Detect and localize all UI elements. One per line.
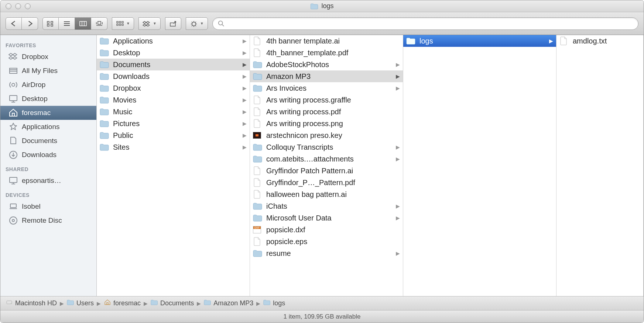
chevron-right-icon: ▶ bbox=[243, 109, 247, 115]
file-icon bbox=[253, 190, 263, 199]
icon-view-button[interactable] bbox=[42, 17, 59, 30]
column-item[interactable]: Ars writing process.graffle bbox=[250, 94, 403, 106]
allfiles-icon bbox=[8, 66, 18, 76]
column-item[interactable]: iChats▶ bbox=[250, 200, 403, 212]
item-label: Ars Invoices bbox=[266, 84, 396, 93]
dropbox-button[interactable]: ▼ bbox=[138, 17, 161, 30]
forward-button[interactable] bbox=[22, 17, 38, 30]
item-label: Sites bbox=[113, 143, 243, 152]
sidebar-item-documents[interactable]: Documents bbox=[0, 134, 96, 148]
folder-pic-icon bbox=[100, 119, 109, 128]
column-item[interactable]: Gryffindor_P…_Pattern.pdf bbox=[250, 177, 403, 188]
chevron-right-icon: ▶ bbox=[243, 144, 247, 150]
close-button[interactable] bbox=[6, 3, 11, 9]
column-view-button[interactable] bbox=[75, 17, 91, 30]
sidebar-item-airdrop[interactable]: AirDrop bbox=[0, 78, 96, 92]
folder-icon bbox=[253, 72, 263, 81]
sidebar-item-foresmac[interactable]: foresmac bbox=[0, 106, 96, 120]
item-label: 4th_banner_template.pdf bbox=[266, 49, 400, 57]
sidebar-item-remote-disc[interactable]: Remote Disc bbox=[0, 213, 96, 228]
column-item[interactable]: 4th_banner_template.pdf bbox=[250, 47, 403, 59]
disc-icon bbox=[8, 216, 18, 225]
desktop-icon bbox=[8, 94, 18, 104]
sidebar-item-isobel[interactable]: Isobel bbox=[0, 199, 96, 213]
column-item[interactable]: Public▶ bbox=[97, 129, 250, 141]
path-label: Macintosh HD bbox=[15, 299, 57, 307]
minimize-button[interactable] bbox=[15, 3, 21, 9]
sidebar-item-label: All My Files bbox=[22, 67, 58, 75]
column-item[interactable]: Desktop▶ bbox=[97, 47, 250, 59]
path-item[interactable]: Amazon MP3 bbox=[204, 299, 253, 308]
svg-point-35 bbox=[192, 22, 196, 26]
sidebar-item-applications[interactable]: Applications bbox=[0, 120, 96, 134]
sidebar-item-label: foresmac bbox=[22, 109, 51, 117]
list-view-button[interactable] bbox=[59, 17, 75, 30]
column-item[interactable]: DXFpopsicle.dxf bbox=[250, 224, 403, 236]
sidebar-item-desktop[interactable]: Desktop bbox=[0, 92, 96, 106]
column-item[interactable]: Gryffindor Patch Pattern.ai bbox=[250, 165, 403, 177]
chevron-right-icon: ▶ bbox=[549, 38, 553, 44]
item-label: Ars writing process.png bbox=[266, 119, 400, 128]
column-item[interactable]: Movies▶ bbox=[97, 94, 250, 106]
arrange-button[interactable]: ▼ bbox=[112, 17, 134, 30]
folder-icon bbox=[100, 143, 109, 152]
column-item[interactable]: Downloads▶ bbox=[97, 70, 250, 82]
column-item[interactable]: popsicle.eps bbox=[250, 236, 403, 247]
column-item[interactable]: logs▶ bbox=[403, 35, 556, 47]
column-item[interactable]: Sites▶ bbox=[97, 141, 250, 153]
pdf-icon bbox=[253, 48, 263, 57]
column-item[interactable]: 4th banner template.ai bbox=[250, 35, 403, 47]
column-item[interactable]: Amazon MP3▶ bbox=[250, 70, 403, 82]
sidebar-item-all-my-files[interactable]: All My Files bbox=[0, 64, 96, 78]
svg-rect-30 bbox=[122, 21, 123, 23]
pathbar: Macintosh HD▶Users▶foresmac▶Documents▶Am… bbox=[0, 296, 644, 310]
column-item[interactable]: amdlog.txt bbox=[556, 35, 643, 47]
sidebar-item-downloads[interactable]: Downloads bbox=[0, 148, 96, 162]
sidebar-item-dropbox[interactable]: Dropbox bbox=[0, 50, 96, 64]
folder-icon bbox=[67, 299, 74, 308]
column-item[interactable]: Ars writing process.png bbox=[250, 118, 403, 129]
coverflow-view-button[interactable] bbox=[91, 17, 107, 30]
item-label: Movies bbox=[113, 96, 243, 104]
path-item[interactable]: Users bbox=[67, 299, 94, 308]
column-item[interactable]: Pictures▶ bbox=[97, 118, 250, 129]
column-item[interactable]: Ars Invoices▶ bbox=[250, 82, 403, 94]
column-item[interactable]: resume▶ bbox=[250, 247, 403, 259]
sidebar-item-epsonartis-[interactable]: epsonartis… bbox=[0, 174, 96, 188]
window-title-text: logs bbox=[321, 2, 333, 10]
path-item[interactable]: Documents bbox=[151, 299, 194, 308]
chevron-right-icon: ▶ bbox=[396, 215, 400, 221]
chevron-right-icon: ▶ bbox=[243, 97, 247, 103]
svg-line-37 bbox=[222, 24, 224, 26]
pdf-icon bbox=[253, 107, 263, 116]
column-item[interactable]: Dropbox▶ bbox=[97, 82, 250, 94]
column-2: 4th banner template.ai4th_banner_templat… bbox=[250, 35, 403, 296]
item-label: Microsoft User Data bbox=[266, 214, 396, 222]
back-button[interactable] bbox=[6, 17, 22, 30]
download-icon bbox=[8, 150, 18, 160]
path-item[interactable]: Macintosh HD bbox=[6, 299, 57, 308]
column-item[interactable]: Colloquy Transcripts▶ bbox=[250, 141, 403, 153]
column-item[interactable]: Music▶ bbox=[97, 106, 250, 118]
svg-rect-15 bbox=[51, 21, 53, 23]
column-item[interactable]: com.atebits.…attachments▶ bbox=[250, 153, 403, 165]
share-button[interactable] bbox=[165, 17, 181, 30]
column-item[interactable]: AdobeStockPhotos▶ bbox=[250, 59, 403, 70]
svg-rect-28 bbox=[117, 21, 118, 23]
zoom-button[interactable] bbox=[25, 3, 31, 9]
column-item[interactable]: arstechnicon preso.key bbox=[250, 129, 403, 141]
search-field[interactable] bbox=[212, 17, 638, 30]
path-item[interactable]: logs bbox=[263, 299, 285, 308]
laptop-icon bbox=[8, 202, 18, 211]
chevron-right-icon: ▶ bbox=[396, 156, 400, 162]
path-item[interactable]: foresmac bbox=[104, 299, 141, 308]
action-button[interactable]: ▼ bbox=[186, 17, 208, 30]
chevron-right-icon: ▶ bbox=[197, 301, 201, 306]
column-item[interactable]: Microsoft User Data▶ bbox=[250, 212, 403, 224]
column-item[interactable]: Ars writing process.pdf bbox=[250, 106, 403, 118]
column-item[interactable]: Documents▶ bbox=[97, 59, 250, 70]
sidebar-item-label: epsonartis… bbox=[22, 177, 61, 185]
item-label: Gryffindor_P…_Pattern.pdf bbox=[266, 178, 400, 187]
column-item[interactable]: halloween bag pattern.ai bbox=[250, 188, 403, 200]
column-item[interactable]: Applications▶ bbox=[97, 35, 250, 47]
